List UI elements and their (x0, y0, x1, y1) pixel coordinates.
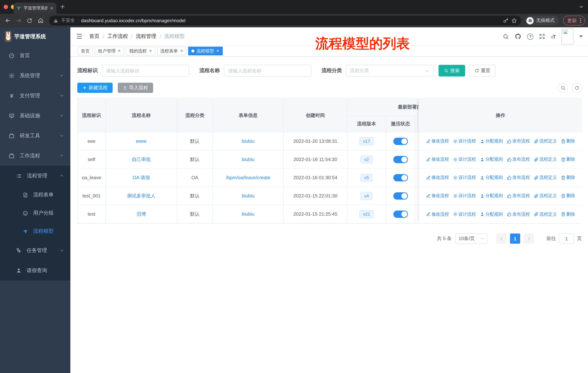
publish-process-link[interactable]: 发布流程 (507, 193, 530, 199)
sidebar-item-task-mgmt[interactable]: 任务管理 (0, 240, 70, 261)
avatar-caret-icon[interactable] (579, 35, 583, 38)
hide-search-button[interactable] (558, 83, 568, 93)
prev-page-button[interactable] (496, 233, 506, 244)
tag-tenant-mgmt[interactable]: 租户管理✕ (95, 47, 124, 55)
fullscreen-icon[interactable] (539, 33, 545, 39)
active-toggle[interactable] (393, 210, 408, 218)
design-process-link[interactable]: 设计流程 (453, 174, 476, 181)
sidebar-item-home[interactable]: 首页 (0, 46, 70, 66)
update-button[interactable]: 更新 (563, 16, 585, 26)
design-process-link[interactable]: 设计流程 (453, 193, 476, 199)
avatar[interactable] (561, 28, 573, 44)
sidebar-item-workflow[interactable]: 工作流程 (0, 146, 70, 166)
tag-close-icon[interactable]: ✕ (118, 49, 121, 53)
close-window-button[interactable] (4, 5, 8, 9)
tag-process-form[interactable]: 流程表单✕ (157, 47, 187, 55)
process-name-link[interactable]: 自己审批 (132, 156, 151, 163)
search-button[interactable]: 搜索 (439, 65, 465, 77)
edit-process-link[interactable]: 修改流程 (426, 174, 449, 181)
back-icon[interactable] (3, 16, 12, 25)
process-definition-link[interactable]: 流程定义 (534, 156, 557, 162)
url-bar[interactable]: 不安全 dashboard.yudao.iocoder.cn/bpm/manag… (49, 16, 521, 26)
delete-process-link[interactable]: 删除 (561, 193, 575, 199)
tabstrip-chevron-down-icon[interactable] (579, 4, 584, 9)
active-toggle[interactable] (393, 156, 408, 163)
process-definition-link[interactable]: 流程定义 (534, 138, 557, 144)
process-definition-link[interactable]: 流程定义 (534, 211, 557, 217)
assign-rule-link[interactable]: 分配规则 (480, 138, 503, 144)
form-info-link[interactable]: /bpm/oa/leave/create (226, 175, 270, 180)
tag-process-model[interactable]: 流程模型✕ (188, 47, 222, 55)
collapse-sidebar-icon[interactable] (75, 32, 83, 40)
assign-rule-link[interactable]: 分配规则 (480, 211, 503, 217)
process-definition-link[interactable]: 流程定义 (534, 174, 557, 181)
delete-process-link[interactable]: 删除 (561, 211, 575, 217)
refresh-table-button[interactable] (572, 83, 582, 93)
delete-process-link[interactable]: 删除 (561, 138, 575, 144)
version-badge[interactable]: v2 (360, 155, 372, 163)
tag-close-icon[interactable]: ✕ (180, 49, 183, 53)
version-badge[interactable]: v4 (360, 192, 372, 200)
breadcrumb-home[interactable]: 首页 (89, 33, 100, 40)
create-process-button[interactable]: 新建流程 (77, 83, 113, 93)
sidebar-item-process-mgmt[interactable]: 流程管理 (0, 166, 70, 186)
import-process-button[interactable]: 导入流程 (118, 83, 153, 93)
delete-process-link[interactable]: 删除 (561, 174, 575, 181)
key-icon[interactable] (503, 18, 509, 23)
reload-icon[interactable] (25, 16, 34, 25)
next-page-button[interactable] (524, 233, 534, 244)
design-process-link[interactable]: 设计流程 (453, 156, 476, 162)
sidebar-item-leave-query[interactable]: 请假查询 (0, 261, 70, 281)
process-definition-link[interactable]: 流程定义 (534, 193, 557, 199)
breadcrumb-workflow[interactable]: 工作流程 (107, 33, 128, 40)
reset-button[interactable]: 重置 (469, 65, 496, 77)
process-name-link[interactable]: OA 请假 (133, 174, 150, 181)
version-badge[interactable]: v21 (359, 210, 374, 218)
goto-page-input[interactable] (559, 233, 574, 244)
bookmark-star-icon[interactable] (511, 18, 517, 23)
search-icon[interactable] (503, 33, 509, 40)
tab-close-icon[interactable]: ✕ (50, 6, 53, 10)
sidebar-item-process-form[interactable]: 流程表单 (0, 186, 70, 204)
browser-menu-dots-icon[interactable] (580, 18, 581, 23)
font-size-icon[interactable]: тT (551, 33, 556, 40)
publish-process-link[interactable]: 发布流程 (507, 174, 530, 181)
form-info-link[interactable]: biubiu (242, 211, 254, 217)
edit-process-link[interactable]: 修改流程 (426, 138, 449, 144)
form-info-link[interactable]: biubiu (242, 138, 254, 144)
design-process-link[interactable]: 设计流程 (453, 211, 476, 217)
active-toggle[interactable] (393, 174, 408, 181)
breadcrumb-process-mgmt[interactable]: 流程管理 (136, 33, 156, 40)
publish-process-link[interactable]: 发布流程 (507, 211, 530, 217)
page-number-button[interactable]: 1 (510, 233, 520, 244)
assign-rule-link[interactable]: 分配规则 (480, 174, 503, 181)
tag-close-icon[interactable]: ✕ (149, 49, 152, 53)
edit-process-link[interactable]: 修改流程 (426, 156, 449, 162)
forward-icon[interactable] (14, 16, 23, 25)
tag-home[interactable]: 首页 (78, 47, 93, 55)
tag-close-icon[interactable]: ✕ (216, 49, 219, 53)
assign-rule-link[interactable]: 分配规则 (480, 193, 503, 199)
process-name-link[interactable]: 滔博 (136, 211, 146, 217)
sidebar-item-payment[interactable]: ¥ 支付管理 (0, 86, 70, 106)
form-info-link[interactable]: biubiu (242, 193, 254, 199)
category-select[interactable]: 流程分类 (346, 65, 433, 77)
active-toggle[interactable] (393, 138, 408, 145)
edit-process-link[interactable]: 修改流程 (426, 211, 449, 217)
design-process-link[interactable]: 设计流程 (453, 138, 476, 144)
version-badge[interactable]: v17 (359, 137, 374, 145)
tag-my-process[interactable]: 我的流程✕ (126, 47, 155, 55)
process-name-input[interactable] (224, 65, 311, 77)
edit-process-link[interactable]: 修改流程 (426, 193, 449, 199)
github-icon[interactable] (515, 33, 522, 40)
publish-process-link[interactable]: 发布流程 (507, 138, 530, 144)
browser-tab[interactable]: 芋道管理系统 ✕ (13, 2, 56, 14)
sidebar-item-infra[interactable]: 基础设施 (0, 106, 70, 126)
delete-process-link[interactable]: 删除 (561, 156, 575, 162)
form-info-link[interactable]: biubiu (242, 157, 254, 162)
process-name-link[interactable]: 测试多审批人 (127, 192, 156, 199)
sidebar-item-system[interactable]: 系统管理 (0, 66, 70, 86)
sidebar-item-devtools[interactable]: 研发工具 (0, 126, 70, 146)
home-icon[interactable] (36, 16, 45, 25)
new-tab-button[interactable] (60, 4, 65, 10)
